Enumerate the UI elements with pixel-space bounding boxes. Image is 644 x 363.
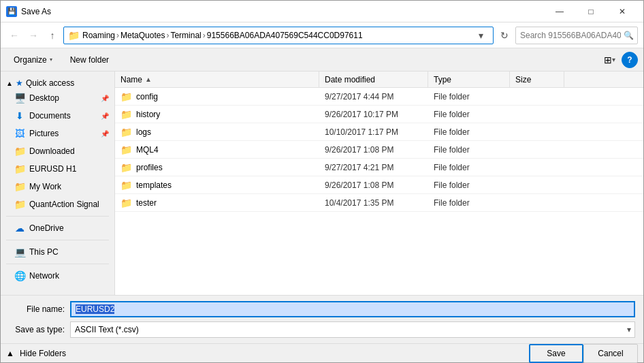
refresh-button[interactable]: ↻ [496,27,513,44]
table-row[interactable]: 📁 profiles 9/27/2017 4:21 PM File folder [115,159,643,176]
sidebar-item-mywork-label: My Work [29,182,61,191]
main-content: ▲ ★ Quick access 🖥️ Desktop 📌 ⬇ Document… [1,72,643,295]
table-row[interactable]: 📁 tester 10/4/2017 1:35 PM File folder [115,194,643,212]
file-row-date: 9/27/2017 4:21 PM [319,163,428,172]
savetype-select[interactable]: ASCII Text (*.csv) [70,321,635,338]
file-row-date: 10/10/2017 1:17 PM [319,127,428,137]
downloaded-folder-icon: 📁 [14,146,25,157]
table-row[interactable]: 📁 logs 10/10/2017 1:17 PM File folder [115,123,643,141]
file-row-name: 📁 logs [115,127,319,138]
network-icon: 🌐 [14,270,25,281]
mywork-folder-icon: 📁 [14,181,25,192]
save-button[interactable]: Save [529,344,583,363]
file-row-type: File folder [428,198,510,208]
pictures-icon: 🖼 [14,128,25,139]
window-controls: — □ ✕ [544,1,638,22]
file-row-name: 📁 MQL4 [115,144,319,155]
file-row-name: 📁 templates [115,180,319,191]
sidebar-divider-3 [6,264,109,264]
sidebar-item-documents[interactable]: ⬇ Documents 📌 [1,107,114,125]
col-header-date[interactable]: Date modified [319,72,428,87]
up-button[interactable]: ↑ [44,27,61,44]
address-path-bar[interactable]: 📁 Roaming › MetaQuotes › Terminal › 9155… [63,27,494,44]
folder-icon: 📁 [120,144,132,155]
sidebar-divider-1 [6,216,109,217]
folder-icon: 📁 [120,109,132,120]
help-button[interactable]: ? [622,52,638,68]
hide-folders-button[interactable]: ▲ Hide Folders [6,349,66,358]
close-button[interactable]: ✕ [607,1,638,22]
file-rows-container: 📁 config 9/27/2017 4:44 PM File folder 📁… [115,88,643,212]
sidebar-item-downloaded-label: Downloaded [29,146,75,156]
pictures-pin-icon: 📌 [101,130,109,138]
forward-button[interactable]: → [25,27,42,44]
table-row[interactable]: 📁 config 9/27/2017 4:44 PM File folder [115,88,643,106]
back-button[interactable]: ← [6,27,22,44]
desktop-pin-icon: 📌 [101,95,109,102]
sidebar-item-downloaded[interactable]: 📁 Downloaded [1,142,114,160]
file-row-date: 9/27/2017 4:44 PM [319,92,428,101]
file-row-date: 10/4/2017 1:35 PM [319,198,428,208]
quick-access-label: Quick access [26,78,74,88]
sidebar-item-eurusd[interactable]: 📁 EURUSD H1 [1,160,114,178]
hide-folders-chevron-icon: ▲ [6,349,14,358]
file-row-type: File folder [428,127,510,137]
new-folder-button[interactable]: New folder [63,51,116,69]
sidebar-item-pictures-label: Pictures [29,129,59,138]
sidebar-item-onedrive-label: OneDrive [29,223,64,233]
breadcrumb-metaquotes[interactable]: MetaQuotes [120,31,165,40]
sidebar-item-mywork[interactable]: 📁 My Work [1,178,114,195]
sidebar-item-thispc[interactable]: 💻 This PC [1,243,114,261]
organize-chevron-icon: ▾ [50,57,52,63]
file-row-name: 📁 tester [115,198,319,208]
savetype-wrapper: ASCII Text (*.csv) [70,321,635,338]
quick-access-collapse-icon: ▲ [6,80,13,87]
title-bar: 💾 Save As — □ ✕ [1,1,643,22]
sidebar-item-onedrive[interactable]: ☁ OneDrive [1,219,114,237]
path-dropdown-button[interactable]: ▾ [472,27,489,44]
breadcrumb-terminal[interactable]: Terminal [170,31,201,40]
sidebar-item-pictures[interactable]: 🖼 Pictures 📌 [1,125,114,142]
folder-icon: 📁 [120,198,132,208]
file-row-type: File folder [428,145,510,155]
table-row[interactable]: 📁 templates 9/26/2017 1:08 PM File folde… [115,176,643,194]
documents-icon: ⬇ [14,110,25,121]
folder-icon: 📁 [120,91,132,102]
cancel-button[interactable]: Cancel [583,344,638,363]
filename-label: File name: [9,304,70,314]
sidebar-item-documents-label: Documents [29,111,71,121]
file-row-date: 9/26/2017 1:08 PM [319,180,428,190]
search-input[interactable] [515,27,638,44]
table-row[interactable]: 📁 MQL4 9/26/2017 1:08 PM File folder [115,141,643,159]
bottom-bar: File name: Save as type: ASCII Text (*.c… [1,295,643,343]
view-button[interactable]: ⊞ ▾ [600,52,619,67]
desktop-icon: 🖥️ [14,93,25,104]
col-header-name[interactable]: Name ▲ [115,72,319,87]
organize-button[interactable]: Organize ▾ [6,51,60,69]
file-row-date: 9/26/2017 10:17 PM [319,110,428,119]
file-row-name: 📁 config [115,91,319,102]
file-row-name: 📁 history [115,109,319,120]
toolbar: Organize ▾ New folder ⊞ ▾ ? [1,48,643,72]
path-folder-icon: 📁 [68,30,80,41]
folder-icon: 📁 [120,162,132,173]
sidebar-item-desktop[interactable]: 🖥️ Desktop 📌 [1,89,114,107]
table-row[interactable]: 📁 history 9/26/2017 10:17 PM File folder [115,106,643,123]
window-icon: 💾 [6,6,17,17]
filename-input[interactable] [70,301,635,317]
sidebar-item-quantaction[interactable]: 📁 QuantAction Signal [1,195,114,213]
minimize-button[interactable]: — [544,1,575,22]
thispc-icon: 💻 [14,247,25,257]
name-sort-icon: ▲ [145,76,152,83]
breadcrumb-roaming[interactable]: Roaming [82,31,115,40]
file-row-type: File folder [428,163,510,172]
hide-folders-label: Hide Folders [20,349,66,358]
sidebar-section-quick-access[interactable]: ▲ ★ Quick access [1,74,114,89]
sidebar-item-network[interactable]: 🌐 Network [1,267,114,285]
col-header-size[interactable]: Size [510,72,564,87]
maximize-button[interactable]: □ [575,1,607,22]
file-row-type: File folder [428,92,510,101]
breadcrumb-id[interactable]: 915566BA06ADA407569C544CC0D97611 [207,31,363,40]
col-header-type[interactable]: Type [428,72,510,87]
file-list-header: Name ▲ Date modified Type Size [115,72,643,88]
